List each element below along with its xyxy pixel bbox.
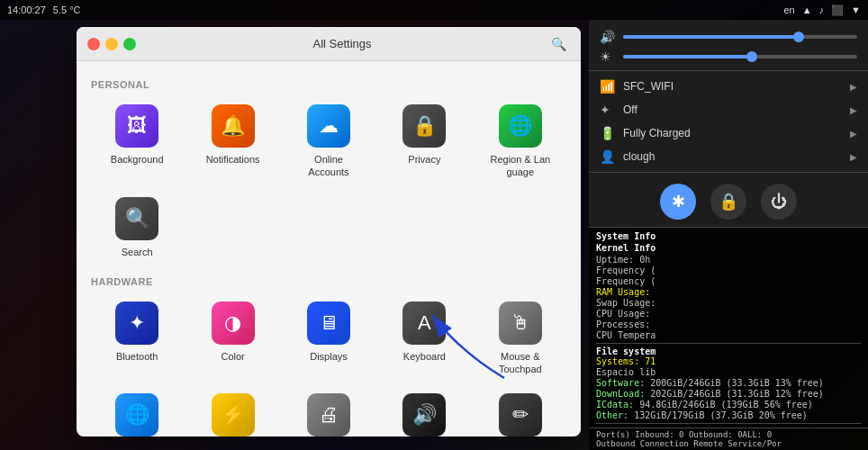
search-icon: 🔍 xyxy=(115,197,158,240)
settings-item-power[interactable]: ⚡ Power xyxy=(186,386,278,436)
window-title: All Settings xyxy=(312,37,371,50)
topbar-menu-icon[interactable]: ▼ xyxy=(851,4,861,15)
qs-battery-arrow: ▶ xyxy=(850,129,857,139)
topbar-right: en ▲ ♪ ⬛ ▼ xyxy=(783,4,861,16)
sysinfo-freq2: Frequency ( xyxy=(596,276,861,286)
brightness-slider[interactable] xyxy=(623,55,857,58)
titlebar-controls xyxy=(87,38,136,50)
qs-power-button[interactable]: ⏻ xyxy=(761,184,797,220)
volume-thumb xyxy=(793,32,804,42)
close-button[interactable] xyxy=(87,38,100,50)
qs-bluetooth-icon: ✦ xyxy=(600,103,616,117)
printers-icon: 🖨 xyxy=(307,393,350,436)
minimize-button[interactable] xyxy=(105,38,118,50)
color-label: Color xyxy=(221,350,244,363)
brightness-slider-row[interactable]: ☀ xyxy=(589,47,868,67)
sysinfo-panel: System Info Kernel Info Uptime: 0h Frequ… xyxy=(589,228,868,428)
settings-item-background[interactable]: 🖼 Background xyxy=(91,97,183,186)
netinfo-ports: Port(s) Inbound: 0 Outbound: 0ALL: 0 xyxy=(596,430,861,439)
settings-item-search[interactable]: 🔍 Search xyxy=(91,190,183,266)
displays-label: Displays xyxy=(310,350,348,363)
qs-asterisk-button[interactable]: ✱ xyxy=(660,184,696,220)
privacy-icon: 🔒 xyxy=(402,104,446,148)
sysinfo-fs-other-val: 132GiB/179GiB (37.3GiB 20% free) xyxy=(634,410,808,420)
titlebar-search-button[interactable]: 🔍 xyxy=(548,33,570,55)
settings-content: Personal 🖼 Background 🔔 Notifications ☁ … xyxy=(77,61,581,436)
mouse-icon: 🖱 xyxy=(499,302,542,345)
settings-item-mouse[interactable]: 🖱 Mouse &Touchpad xyxy=(475,294,566,383)
mouse-label: Mouse &Touchpad xyxy=(499,350,542,376)
settings-item-notifications[interactable]: 🔔 Notifications xyxy=(186,97,278,186)
qs-user-label: clough xyxy=(623,150,843,163)
sysinfo-fs-icdata-val: 94.8GiB/246GiB (139GiB 56% free) xyxy=(639,400,813,410)
sysinfo-ram-label: RAM Usage: xyxy=(596,287,650,297)
qs-separator-1 xyxy=(589,70,868,71)
qs-bluetooth-label: Off xyxy=(623,104,843,116)
sysinfo-ram: RAM Usage: xyxy=(596,287,861,297)
personal-grid: 🖼 Background 🔔 Notifications ☁ OnlineAcc… xyxy=(91,97,566,266)
personal-section-label: Personal xyxy=(91,79,566,90)
sysinfo-systems: Systems: 71 xyxy=(596,356,861,366)
brightness-icon: ☀ xyxy=(600,50,616,64)
settings-item-displays[interactable]: 🖥 Displays xyxy=(283,294,375,383)
qs-bluetooth-item[interactable]: ✦ Off ▶ xyxy=(589,98,868,122)
sysinfo-uptime: Uptime: 0h xyxy=(596,255,861,265)
notifications-label: Notifications xyxy=(206,153,260,166)
online-accounts-label: OnlineAccounts xyxy=(308,153,348,179)
qs-actions-row: ✱ 🔒 ⏻ xyxy=(589,176,868,223)
sysinfo-fs-icdata: ICdata: 94.8GiB/246GiB (139GiB 56% free) xyxy=(596,400,861,410)
background-label: Background xyxy=(111,153,164,166)
sysinfo-cpu-temp: CPU Tempera xyxy=(596,330,861,340)
network-icon: 🌐 xyxy=(115,393,158,436)
online-accounts-icon: ☁ xyxy=(307,104,350,148)
wacom-icon: ✏ xyxy=(499,393,542,436)
right-panel: 🔊 ☀ 📶 SFC_WIFI ▶ ✦ Off ▶ xyxy=(589,20,868,450)
color-icon: ◑ xyxy=(212,302,255,345)
sysinfo-title2: Kernel Info xyxy=(596,243,861,253)
sysinfo-fs-download-val: 202GiB/246GiB (31.3GiB 12% free) xyxy=(650,389,824,399)
settings-item-keyboard[interactable]: A Keyboard xyxy=(378,294,470,383)
netinfo-outbound: Outbound Connection Remote Service/Por xyxy=(596,439,861,448)
sysinfo-fs-other: Other: 132GiB/179GiB (37.3GiB 20% free) xyxy=(596,410,861,420)
qs-network-label: SFC_WIFI xyxy=(623,80,843,93)
sysinfo-sep2 xyxy=(596,423,861,424)
displays-icon: 🖥 xyxy=(307,302,350,345)
maximize-button[interactable] xyxy=(123,38,136,50)
privacy-label: Privacy xyxy=(408,153,440,166)
bluetooth-label: Bluetooth xyxy=(116,350,158,363)
keyboard-icon: A xyxy=(402,302,446,345)
settings-item-online-accounts[interactable]: ☁ OnlineAccounts xyxy=(283,97,375,186)
sysinfo-cpu: CPU Usage: xyxy=(596,309,861,319)
qs-separator-2 xyxy=(589,172,868,173)
qs-battery-item[interactable]: 🔋 Fully Charged ▶ xyxy=(589,122,868,145)
qs-user-icon: 👤 xyxy=(600,149,616,164)
topbar: 14:00:27 5.5 °C en ▲ ♪ ⬛ ▼ xyxy=(0,0,868,20)
sound-icon: 🔊 xyxy=(402,393,446,436)
sysinfo-fs-software-val: 200GiB/246GiB (33.3GiB 13% free) xyxy=(650,378,824,388)
settings-item-network[interactable]: 🌐 Network xyxy=(91,386,183,436)
search-label: Search xyxy=(122,246,153,258)
settings-item-sound[interactable]: 🔊 Sound xyxy=(378,386,470,436)
settings-item-region[interactable]: 🌐 Region & Language xyxy=(475,97,566,186)
sysinfo-swap: Swap Usage: xyxy=(596,298,861,308)
volume-slider[interactable] xyxy=(623,35,857,39)
settings-item-color[interactable]: ◑ Color xyxy=(186,294,278,383)
bluetooth-icon: ✦ xyxy=(115,302,158,345)
sysinfo-espacio: Espacio lib xyxy=(596,367,861,377)
brightness-thumb xyxy=(746,51,757,62)
power-icon: ⚡ xyxy=(212,393,255,436)
qs-lock-button[interactable]: 🔒 xyxy=(710,184,746,220)
qs-user-item[interactable]: 👤 clough ▶ xyxy=(589,145,868,168)
topbar-volume-icon: ♪ xyxy=(819,4,825,15)
settings-item-bluetooth[interactable]: ✦ Bluetooth xyxy=(91,294,183,383)
settings-item-wacom[interactable]: ✏ Wacom Tablet xyxy=(475,386,566,436)
settings-item-printers[interactable]: 🖨 Printers xyxy=(283,386,375,436)
topbar-battery-icon: ⬛ xyxy=(831,4,844,16)
settings-item-privacy[interactable]: 🔒 Privacy xyxy=(378,97,470,186)
volume-slider-row[interactable]: 🔊 xyxy=(589,27,868,47)
sysinfo-title1: System Info xyxy=(596,231,861,241)
qs-network-item[interactable]: 📶 SFC_WIFI ▶ xyxy=(589,75,868,98)
topbar-time: 14:00:27 xyxy=(7,4,46,15)
hardware-section-label: Hardware xyxy=(91,276,566,287)
qs-network-icon: 📶 xyxy=(600,79,616,94)
